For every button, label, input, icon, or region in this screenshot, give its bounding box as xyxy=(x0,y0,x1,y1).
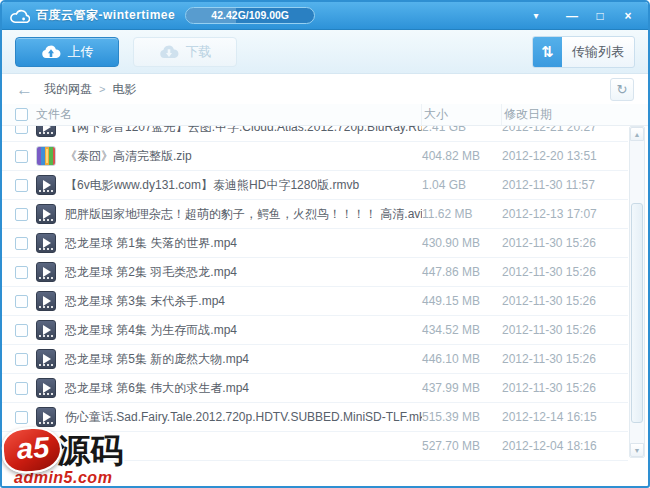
file-name[interactable]: 《泰囧》高清完整版.zip xyxy=(65,148,422,165)
file-size: 2.41 GB xyxy=(422,126,502,134)
storage-quota-badge: 42.42G/109.00G xyxy=(185,7,315,24)
file-name[interactable]: 恐龙星球 第5集 新的庞然大物.mp4 xyxy=(65,351,422,368)
file-date: 2012-11-30 15:26 xyxy=(502,323,628,337)
file-size: 434.52 MB xyxy=(422,323,502,337)
file-name[interactable]: 恐龙星球 第1集 失落的世界.mp4 xyxy=(65,235,422,252)
file-size: 437.99 MB xyxy=(422,381,502,395)
file-size: 449.15 MB xyxy=(422,294,502,308)
file-name[interactable]: 【网下影音1207蓝光】云图.中字.Cloud.Atlas.2012.720p.… xyxy=(65,126,422,136)
baidu-cloud-logo-icon xyxy=(10,8,30,24)
a5-logo: a5 xyxy=(0,425,63,475)
file-row[interactable]: 恐龙星球 第6集 伟大的求生者.mp4 437.99 MB 2012-11-30… xyxy=(2,374,628,403)
file-row[interactable]: 【6v电影www.dy131.com】泰迪熊HD中字1280版.rmvb 1.0… xyxy=(2,171,628,200)
video-file-icon xyxy=(36,233,56,253)
file-row[interactable]: 恐龙星球 第4集 为生存而战.mp4 434.52 MB 2012-11-30 … xyxy=(2,316,628,345)
table-header: 文件名 大小 修改日期 xyxy=(2,104,648,126)
file-date: 2012-11-30 15:26 xyxy=(502,294,628,308)
file-row[interactable]: 恐龙星球 第2集 羽毛类恐龙.mp4 447.86 MB 2012-11-30 … xyxy=(2,258,628,287)
play-glyph xyxy=(43,296,51,306)
transfer-arrows-icon: ⇅ xyxy=(533,37,562,67)
refresh-icon: ↻ xyxy=(617,82,628,97)
row-checkbox[interactable] xyxy=(15,353,28,366)
play-glyph xyxy=(43,354,51,364)
scroll-down-icon[interactable]: ▼ xyxy=(630,443,644,457)
file-name[interactable]: 恐龙星球 第2集 羽毛类恐龙.mp4 xyxy=(65,264,422,281)
file-name[interactable]: 恐龙星球 第6集 伟大的求生者.mp4 xyxy=(65,380,422,397)
file-date: 2012-11-30 15:26 xyxy=(502,381,628,395)
row-checkbox[interactable] xyxy=(15,150,28,163)
app-window: 百度云管家-wintertimee 42.42G/109.00G ▾ — □ ×… xyxy=(0,0,650,488)
play-glyph xyxy=(43,412,51,422)
file-row[interactable]: 恐龙星球 第1集 失落的世界.mp4 430.90 MB 2012-11-30 … xyxy=(2,229,628,258)
scroll-up-icon[interactable]: ▲ xyxy=(630,127,644,141)
file-date: 2012-12-04 18:16 xyxy=(502,439,628,453)
row-checkbox[interactable] xyxy=(15,208,28,221)
titlebar: 百度云管家-wintertimee 42.42G/109.00G ▾ — □ × xyxy=(2,2,648,30)
file-row[interactable]: 恐龙星球 第5集 新的庞然大物.mp4 446.10 MB 2012-11-30… xyxy=(2,345,628,374)
play-glyph xyxy=(43,238,51,248)
row-checkbox[interactable] xyxy=(15,237,28,250)
row-checkbox[interactable] xyxy=(15,295,28,308)
row-checkbox[interactable] xyxy=(15,266,28,279)
row-checkbox[interactable] xyxy=(15,179,28,192)
file-size: 11.62 MB xyxy=(422,207,502,221)
column-header-size[interactable]: 大小 xyxy=(422,104,502,125)
vertical-scrollbar[interactable]: ▲ ▼ xyxy=(629,126,645,458)
transfer-list-label: 传输列表 xyxy=(562,37,634,67)
file-date: 2012-11-30 11:57 xyxy=(502,178,628,192)
play-glyph xyxy=(43,209,51,219)
scrollbar-thumb[interactable] xyxy=(631,203,643,423)
refresh-button[interactable]: ↻ xyxy=(610,78,634,101)
file-size: 515.39 MB xyxy=(422,410,502,424)
play-glyph xyxy=(43,126,51,132)
cloud-download-icon xyxy=(159,45,179,59)
breadcrumb-current: 电影 xyxy=(112,81,136,98)
maximize-icon[interactable]: □ xyxy=(588,7,612,25)
file-row[interactable]: 肥胖版国家地理杂志！超萌的豹子，鳄鱼，火烈鸟！！！！ 高清.avi 11.62 … xyxy=(2,200,628,229)
row-checkbox[interactable] xyxy=(15,382,28,395)
file-name[interactable]: 恐龙星球 第3集 末代杀手.mp4 xyxy=(65,293,422,310)
file-row[interactable]: 【网下影音1207蓝光】云图.中字.Cloud.Atlas.2012.720p.… xyxy=(2,126,628,142)
menu-dropdown-icon[interactable]: ▾ xyxy=(524,7,548,25)
breadcrumb-separator: > xyxy=(99,83,105,95)
file-row[interactable]: 恐龙星球 第3集 末代杀手.mp4 449.15 MB 2012-11-30 1… xyxy=(2,287,628,316)
video-file-icon xyxy=(36,262,56,282)
minimize-icon[interactable]: — xyxy=(560,7,584,25)
file-size: 527.70 MB xyxy=(422,439,502,453)
file-name[interactable]: 【6v电影www.dy131.com】泰迪熊HD中字1280版.rmvb xyxy=(65,177,422,194)
video-file-icon xyxy=(36,175,56,195)
download-button[interactable]: 下载 xyxy=(133,37,237,67)
archive-file-icon xyxy=(36,146,56,166)
row-checkbox[interactable] xyxy=(15,324,28,337)
video-file-icon xyxy=(36,291,56,311)
file-size: 430.90 MB xyxy=(422,236,502,250)
play-glyph xyxy=(43,325,51,335)
close-icon[interactable]: × xyxy=(616,7,640,25)
play-glyph xyxy=(43,267,51,277)
storage-quota-text: 42.42G/109.00G xyxy=(186,8,314,23)
row-checkbox[interactable] xyxy=(15,411,28,424)
file-date: 2012-12-14 16:15 xyxy=(502,410,628,424)
video-file-icon xyxy=(36,126,56,137)
file-size: 446.10 MB xyxy=(422,352,502,366)
column-header-date[interactable]: 修改日期 xyxy=(502,106,628,123)
breadcrumb-root[interactable]: 我的网盘 xyxy=(44,81,92,98)
file-date: 2012-11-30 15:26 xyxy=(502,352,628,366)
watermark-logo-row: a5 源码 xyxy=(2,427,123,473)
select-all-checkbox[interactable] xyxy=(15,108,28,121)
file-date: 2012-12-21 20:27 xyxy=(502,126,628,134)
breadcrumb: ← 我的网盘 > 电影 ↻ xyxy=(2,74,648,104)
download-label: 下载 xyxy=(186,43,212,61)
row-checkbox[interactable] xyxy=(15,126,28,134)
column-header-filename[interactable]: 文件名 xyxy=(36,104,422,125)
file-name[interactable]: 伤心童话.Sad.Fairy.Tale.2012.720p.HDTV.SUBBE… xyxy=(65,409,422,426)
file-size: 447.86 MB xyxy=(422,265,502,279)
upload-button[interactable]: 上传 xyxy=(15,37,119,67)
transfer-list-button[interactable]: ⇅ 传输列表 xyxy=(532,36,635,68)
file-name[interactable]: 肥胖版国家地理杂志！超萌的豹子，鳄鱼，火烈鸟！！！！ 高清.avi xyxy=(65,206,422,223)
file-row[interactable]: 《泰囧》高清完整版.zip 404.82 MB 2012-12-20 13:51 xyxy=(2,142,628,171)
back-arrow-icon[interactable]: ← xyxy=(16,81,33,98)
play-glyph xyxy=(43,383,51,393)
file-size: 1.04 GB xyxy=(422,178,502,192)
file-name[interactable]: 恐龙星球 第4集 为生存而战.mp4 xyxy=(65,322,422,339)
